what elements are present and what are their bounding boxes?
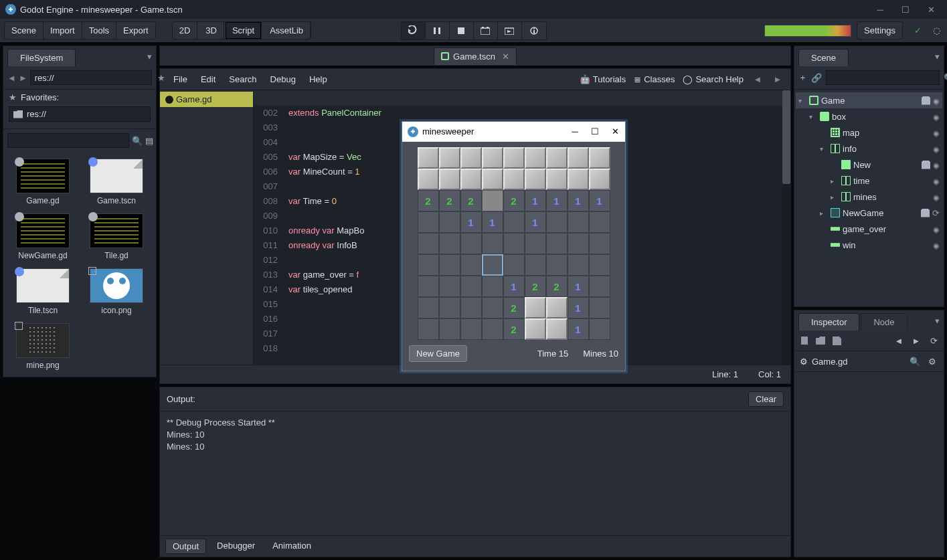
mine-cell[interactable]: 2 — [439, 190, 460, 211]
mine-cell[interactable] — [589, 276, 610, 297]
file-item[interactable]: icon.png — [82, 267, 151, 316]
mine-cell[interactable] — [525, 318, 546, 340]
history-forward-icon[interactable]: ► — [910, 335, 922, 347]
inspector-tab[interactable]: Inspector — [798, 313, 859, 331]
tree-node[interactable]: ▸NewGame⟳ — [796, 205, 942, 221]
settings-icon[interactable]: ⚙ — [926, 355, 938, 367]
mine-cell[interactable] — [589, 147, 610, 169]
panel-dropdown-icon[interactable]: ▾ — [935, 52, 940, 62]
tree-node[interactable]: ▸mines — [796, 189, 942, 205]
mine-cell[interactable] — [482, 147, 503, 169]
view-3d[interactable]: 3D — [199, 22, 224, 39]
mine-cell[interactable] — [418, 276, 439, 297]
window-minimize-icon[interactable]: ─ — [875, 4, 885, 15]
mine-cell[interactable] — [525, 169, 546, 190]
script-nav-forward-icon[interactable]: ► — [772, 74, 784, 86]
script-nav-back-icon[interactable]: ◄ — [752, 74, 764, 86]
mine-cell[interactable] — [439, 318, 460, 340]
mine-cell[interactable] — [568, 169, 589, 190]
mine-cell[interactable] — [525, 147, 546, 169]
visibility-icon[interactable] — [933, 112, 940, 122]
window-close-icon[interactable]: ✕ — [926, 4, 936, 15]
mine-cell[interactable] — [418, 233, 439, 254]
mine-cell[interactable] — [439, 254, 460, 276]
scene-dock-tab[interactable]: Scene — [798, 49, 849, 66]
mine-cell[interactable]: 1 — [503, 276, 525, 297]
file-item[interactable]: NewGame.gd — [9, 212, 77, 262]
filesystem-tab[interactable]: FileSystem — [7, 49, 76, 66]
mine-cell[interactable] — [460, 233, 482, 254]
tab-debugger[interactable]: Debugger — [210, 539, 262, 554]
view-2d[interactable]: 2D — [173, 22, 198, 39]
mine-cell[interactable]: 1 — [568, 297, 589, 318]
visibility-icon[interactable] — [933, 176, 940, 186]
search-help-link[interactable]: ◯Search Help — [683, 74, 744, 84]
menu-export[interactable]: Export — [116, 22, 155, 39]
visibility-icon[interactable] — [933, 240, 940, 250]
play-stop-button[interactable] — [402, 22, 426, 39]
visibility-icon[interactable] — [933, 128, 940, 138]
panel-dropdown-icon[interactable]: ▾ — [935, 316, 940, 326]
mine-cell[interactable] — [546, 169, 568, 190]
mine-cell[interactable]: 1 — [482, 211, 503, 233]
mine-cell[interactable] — [589, 169, 610, 190]
script-menu-search[interactable]: Search — [222, 70, 263, 88]
tree-node[interactable]: game_over — [796, 221, 942, 237]
mine-cell[interactable] — [460, 169, 482, 190]
mine-cell[interactable] — [482, 233, 503, 254]
mine-cell[interactable] — [460, 297, 482, 318]
node-tab[interactable]: Node — [861, 313, 907, 331]
open-folder-icon[interactable] — [814, 335, 827, 347]
view-assetlib[interactable]: AssetLib — [263, 22, 311, 39]
tutorials-link[interactable]: 🤖Tutorials — [580, 74, 626, 84]
scene-tab-game[interactable]: Game.tscn ✕ — [434, 48, 517, 65]
visibility-icon[interactable] — [933, 160, 940, 170]
file-item[interactable]: Game.gd — [9, 157, 77, 207]
script-menu-help[interactable]: Help — [303, 70, 334, 88]
mine-cell[interactable] — [525, 254, 546, 276]
script-menu-file[interactable]: File — [167, 70, 194, 88]
mine-cell[interactable]: 1 — [525, 211, 546, 233]
history-icon[interactable]: ⟳ — [928, 335, 940, 347]
mine-cell[interactable] — [546, 147, 568, 169]
mine-cell[interactable] — [460, 276, 482, 297]
tree-node[interactable]: map — [796, 124, 942, 141]
script-badge-icon[interactable] — [921, 209, 930, 217]
pause-button[interactable] — [426, 22, 450, 39]
mine-cell[interactable] — [503, 254, 525, 276]
game-minimize-icon[interactable]: ─ — [570, 127, 580, 136]
mine-cell[interactable] — [546, 318, 568, 340]
mine-cell[interactable]: 1 — [546, 190, 568, 211]
search-icon[interactable]: 🔍 — [132, 134, 143, 147]
mine-cell[interactable] — [482, 190, 503, 211]
scrollbar-thumb[interactable] — [782, 90, 790, 184]
mine-cell[interactable] — [439, 297, 460, 318]
mine-cell[interactable]: 2 — [503, 190, 525, 211]
mine-cell[interactable] — [439, 169, 460, 190]
add-node-icon[interactable]: ＋ — [798, 72, 807, 84]
grid-view-icon[interactable]: ▤ — [145, 134, 153, 147]
refresh-icon[interactable]: ⟳ — [932, 208, 940, 218]
mine-cell[interactable] — [568, 233, 589, 254]
game-maximize-icon[interactable]: ☐ — [590, 127, 600, 136]
mine-cell[interactable]: 2 — [418, 190, 439, 211]
mine-cell[interactable]: 1 — [525, 190, 546, 211]
menu-tools[interactable]: Tools — [82, 22, 116, 39]
tree-node[interactable]: ▾info — [796, 141, 942, 157]
mine-cell[interactable] — [482, 318, 503, 340]
play-scene-button[interactable] — [474, 22, 498, 39]
search-icon[interactable]: 🔍 — [944, 72, 947, 84]
tree-node[interactable]: win — [796, 237, 942, 253]
mine-cell[interactable] — [546, 297, 568, 318]
mine-cell[interactable]: 1 — [589, 190, 610, 211]
mine-cell[interactable] — [525, 233, 546, 254]
mine-cell[interactable]: 2 — [503, 297, 525, 318]
mine-cell[interactable] — [503, 147, 525, 169]
mine-cell[interactable]: 2 — [525, 276, 546, 297]
visibility-icon[interactable] — [933, 224, 940, 234]
mine-cell[interactable] — [482, 169, 503, 190]
link-icon[interactable]: 🔗 — [811, 72, 822, 84]
script-list-item[interactable]: Game.gd — [160, 92, 253, 107]
menu-import[interactable]: Import — [44, 22, 82, 39]
mine-cell[interactable] — [589, 318, 610, 340]
